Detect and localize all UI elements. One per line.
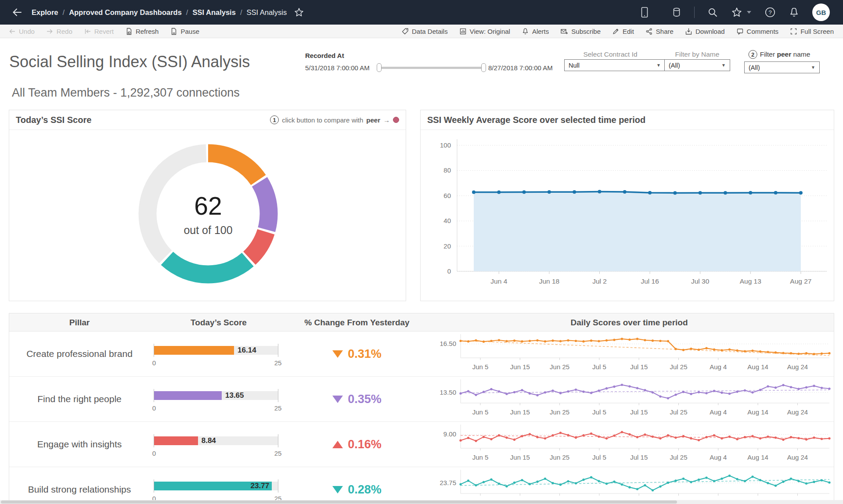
score-bar-fill: [154, 391, 222, 400]
daily-scores-sparkline[interactable]: 23.75Jun 5Jun 15Jun 25Jul 5Jul 15Jul 25A…: [422, 468, 835, 504]
daily-scores-sparkline[interactable]: 16.50Jun 5Jun 15Jun 25Jul 5Jul 15Jul 25A…: [422, 332, 835, 375]
refresh-icon: [125, 28, 133, 35]
favorites-menu[interactable]: [731, 7, 752, 18]
comments-bubble-icon: [736, 28, 744, 35]
svg-text:Jul 25: Jul 25: [670, 363, 688, 371]
comments-button[interactable]: Comments: [736, 28, 779, 35]
filter-peer-name-dropdown[interactable]: (All) ▼: [744, 61, 820, 73]
ssi-score-donut-chart[interactable]: [138, 144, 278, 284]
svg-text:60: 60: [443, 192, 451, 199]
recorded-at-start-date: 5/31/2018 7:00:00 AM: [305, 64, 370, 72]
pause-button[interactable]: Pause: [170, 28, 199, 35]
redo-button[interactable]: Redo: [46, 28, 72, 35]
ssi-score-panel-title: Today’s SSI Score: [16, 115, 91, 125]
score-value: 13.65: [225, 391, 244, 400]
filter-peer-name-text: Filter peer name: [760, 50, 811, 58]
filter-by-name-dropdown[interactable]: (All) ▼: [664, 59, 730, 71]
score-bar: 23.77 0 25: [154, 482, 278, 490]
daily-scores-sparkline[interactable]: 9.00Jun 5Jun 15Jun 25Jul 5Jul 15Jul 25Au…: [422, 423, 835, 466]
breadcrumb-item-explore[interactable]: Explore: [32, 8, 58, 17]
help-icon[interactable]: ?: [764, 7, 776, 18]
weekly-average-line-chart[interactable]: 020406080100Jun 4Jun 18Jul 2Jul 16Jul 30…: [421, 130, 834, 300]
change-from-yesterday: 0.35%: [291, 377, 423, 421]
dropdown-caret-icon: ▼: [656, 63, 661, 68]
svg-text:Jun 18: Jun 18: [539, 277, 560, 285]
data-details-button[interactable]: Data Details: [401, 28, 448, 35]
filter-by-name-label: Filter by Name: [675, 50, 720, 58]
device-layouts-icon[interactable]: [640, 7, 649, 18]
user-avatar[interactable]: GB: [812, 4, 830, 21]
view-toolbar: Undo Redo Revert Refresh Pause Data: [0, 25, 843, 38]
view-chart-icon: [459, 28, 467, 35]
edit-button[interactable]: Edit: [612, 28, 634, 35]
filter-contract-id-value: Null: [569, 62, 580, 69]
undo-button[interactable]: Undo: [8, 28, 35, 35]
bar-axis-min: 0: [152, 404, 156, 412]
peer-compare-hint-bold: peer: [366, 116, 380, 124]
svg-text:16.50: 16.50: [440, 340, 456, 347]
bar-axis-max: 25: [274, 404, 282, 412]
breadcrumb-item-project[interactable]: Approved Company Dashboards: [69, 8, 182, 17]
svg-text:Aug 4: Aug 4: [710, 454, 727, 461]
favorite-star-icon[interactable]: [294, 7, 304, 18]
recorded-at-slider-track[interactable]: [382, 67, 482, 69]
download-button[interactable]: Download: [685, 28, 725, 35]
svg-text:Aug 14: Aug 14: [747, 363, 768, 371]
svg-text:Jun 25: Jun 25: [550, 408, 569, 416]
todays-ssi-score-panel: Today’s SSI Score 1 click button to comp…: [9, 110, 406, 301]
dropdown-caret-icon: ▼: [721, 63, 726, 68]
peer-compare-button[interactable]: [393, 117, 399, 123]
change-direction-icon: [332, 486, 343, 493]
notifications-bell-icon[interactable]: [789, 7, 800, 18]
change-from-yesterday: 0.31%: [291, 331, 423, 376]
svg-text:40: 40: [443, 217, 451, 224]
share-label: Share: [656, 28, 674, 35]
page-title: Social Selling Index (SSI) Analysis: [9, 53, 250, 71]
refresh-button[interactable]: Refresh: [125, 28, 159, 35]
svg-text:Jul 5: Jul 5: [592, 408, 606, 416]
back-button[interactable]: [11, 7, 23, 18]
chevron-down-icon: [746, 11, 752, 14]
svg-text:Jun 5: Jun 5: [472, 408, 489, 416]
horizontal-scrollbar[interactable]: [0, 500, 843, 504]
recorded-at-end-date: 8/27/2018 7:00:00 AM: [488, 64, 553, 72]
view-original-button[interactable]: View: Original: [459, 28, 510, 35]
peer-compare-hint: 1 click button to compare with peer →: [270, 115, 399, 124]
recorded-at-slider-handle-start[interactable]: [377, 63, 382, 72]
svg-text:Jun 15: Jun 15: [510, 454, 530, 461]
svg-text:Aug 24: Aug 24: [787, 363, 808, 371]
share-button[interactable]: Share: [645, 28, 674, 35]
data-source-icon[interactable]: [672, 7, 681, 18]
alerts-button[interactable]: Alerts: [522, 28, 549, 35]
search-icon[interactable]: [707, 7, 718, 18]
change-from-yesterday: 0.28%: [291, 467, 423, 504]
bar-axis-end-tick: [278, 479, 278, 493]
edit-label: Edit: [623, 28, 634, 35]
table-row: Find the right people 13.65 0 25 0.35% 1…: [9, 377, 834, 422]
filter-contract-id-dropdown[interactable]: Null ▼: [564, 59, 665, 71]
revert-button[interactable]: Revert: [84, 28, 114, 35]
daily-scores-sparkline[interactable]: 13.50Jun 5Jun 15Jun 25Jul 5Jul 15Jul 25A…: [422, 378, 835, 421]
subscribe-button[interactable]: Subscribe: [560, 28, 601, 35]
svg-text:Jul 30: Jul 30: [691, 277, 710, 285]
change-direction-icon: [332, 441, 343, 448]
undo-label: Undo: [19, 28, 35, 35]
breadcrumb-item-view: SSI Analysis: [246, 8, 287, 17]
redo-icon: [46, 28, 54, 35]
score-bar-track: [154, 391, 278, 400]
svg-text:Jul 25: Jul 25: [670, 454, 688, 461]
top-navigation-bar: Explore / Approved Company Dashboards / …: [0, 0, 843, 25]
svg-text:Aug 13: Aug 13: [740, 277, 761, 285]
download-label: Download: [695, 28, 725, 35]
step-2-badge: 2: [749, 50, 757, 59]
undo-icon: [8, 28, 16, 35]
bar-axis-min: 0: [152, 450, 156, 457]
full-screen-button[interactable]: Full Screen: [790, 28, 834, 35]
full-screen-label: Full Screen: [800, 28, 834, 35]
change-percent: 0.28%: [348, 483, 382, 497]
pillar-name: Engage with insights: [9, 422, 150, 467]
recorded-at-slider-handle-end[interactable]: [481, 63, 486, 72]
subscribe-envelope-icon: [560, 28, 568, 35]
breadcrumb-item-workbook[interactable]: SSI Analysis: [192, 8, 235, 17]
horizontal-scrollbar-thumb[interactable]: [1, 500, 677, 504]
